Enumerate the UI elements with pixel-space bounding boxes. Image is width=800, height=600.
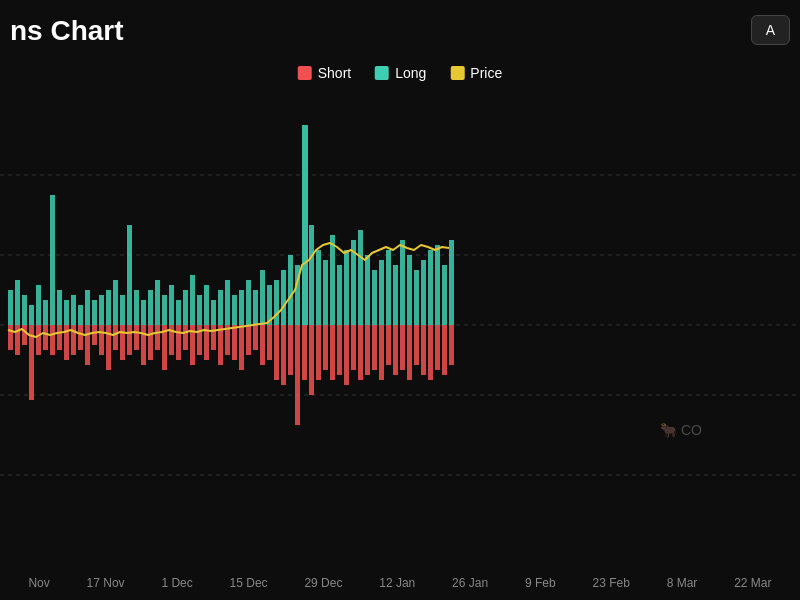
- chart-title: ns Chart: [10, 15, 124, 47]
- svg-rect-24: [141, 300, 146, 325]
- svg-rect-25: [148, 290, 153, 325]
- svg-rect-81: [92, 325, 97, 345]
- svg-rect-67: [442, 265, 447, 325]
- svg-rect-35: [218, 290, 223, 325]
- svg-rect-19: [106, 290, 111, 325]
- svg-rect-12: [57, 290, 62, 325]
- svg-rect-131: [442, 325, 447, 375]
- svg-rect-130: [435, 325, 440, 370]
- svg-rect-10: [43, 300, 48, 325]
- svg-rect-105: [260, 325, 265, 365]
- x-label-17nov: 17 Nov: [87, 576, 125, 590]
- svg-rect-99: [218, 325, 223, 365]
- svg-rect-102: [239, 325, 244, 370]
- chart-container: ns Chart A Short Long Price: [0, 0, 800, 600]
- svg-rect-98: [211, 325, 216, 350]
- svg-rect-56: [365, 255, 370, 325]
- svg-rect-125: [400, 325, 405, 370]
- svg-rect-59: [386, 250, 391, 325]
- svg-rect-120: [365, 325, 370, 375]
- svg-rect-52: [337, 265, 342, 325]
- svg-rect-32: [197, 295, 202, 325]
- svg-rect-57: [372, 270, 377, 325]
- svg-rect-101: [232, 325, 237, 360]
- svg-rect-73: [36, 325, 41, 355]
- svg-rect-47: [302, 125, 308, 325]
- svg-rect-79: [78, 325, 83, 350]
- price-label: Price: [470, 65, 502, 81]
- svg-rect-18: [99, 295, 104, 325]
- svg-rect-119: [358, 325, 363, 380]
- svg-rect-55: [358, 230, 363, 325]
- svg-rect-62: [407, 255, 412, 325]
- svg-rect-129: [428, 325, 433, 380]
- svg-rect-128: [421, 325, 426, 375]
- svg-rect-48: [309, 225, 314, 325]
- svg-rect-118: [351, 325, 356, 370]
- long-label: Long: [395, 65, 426, 81]
- svg-rect-124: [393, 325, 398, 375]
- legend-price: Price: [450, 65, 502, 81]
- x-label-9feb: 9 Feb: [525, 576, 556, 590]
- svg-rect-14: [71, 295, 76, 325]
- svg-rect-58: [379, 260, 384, 325]
- svg-rect-115: [330, 325, 335, 380]
- svg-rect-38: [239, 290, 244, 325]
- x-label-8mar: 8 Mar: [667, 576, 698, 590]
- svg-rect-83: [106, 325, 111, 370]
- short-dot: [298, 66, 312, 80]
- svg-rect-94: [183, 325, 188, 350]
- svg-rect-84: [113, 325, 118, 350]
- svg-rect-123: [386, 325, 391, 365]
- svg-rect-104: [253, 325, 258, 350]
- svg-rect-74: [43, 325, 48, 350]
- svg-rect-22: [127, 225, 132, 325]
- svg-rect-89: [148, 325, 153, 360]
- action-button[interactable]: A: [751, 15, 790, 45]
- svg-rect-108: [281, 325, 286, 385]
- svg-rect-16: [85, 290, 90, 325]
- short-label: Short: [318, 65, 351, 81]
- svg-rect-69: [8, 325, 13, 350]
- long-dot: [375, 66, 389, 80]
- svg-rect-71: [22, 325, 27, 345]
- main-chart: 🐂 CO: [0, 95, 800, 555]
- svg-rect-8: [29, 305, 34, 325]
- svg-rect-61: [400, 240, 405, 325]
- svg-rect-107: [274, 325, 279, 380]
- svg-rect-109: [288, 325, 293, 375]
- x-label-29dec: 29 Dec: [304, 576, 342, 590]
- legend-long: Long: [375, 65, 426, 81]
- svg-rect-51: [330, 235, 335, 325]
- legend: Short Long Price: [298, 65, 503, 81]
- svg-rect-112: [309, 325, 314, 395]
- x-label-nov: Nov: [28, 576, 49, 590]
- x-label-23feb: 23 Feb: [592, 576, 629, 590]
- svg-rect-31: [190, 275, 195, 325]
- svg-rect-111: [302, 325, 307, 380]
- svg-rect-96: [197, 325, 202, 355]
- svg-rect-39: [246, 280, 251, 325]
- svg-rect-23: [134, 290, 139, 325]
- svg-rect-27: [162, 295, 167, 325]
- svg-rect-13: [64, 300, 69, 325]
- svg-rect-93: [176, 325, 181, 360]
- svg-rect-36: [225, 280, 230, 325]
- svg-rect-11: [50, 195, 55, 325]
- svg-rect-113: [316, 325, 321, 380]
- svg-text:🐂 CO: 🐂 CO: [660, 422, 702, 439]
- x-label-12jan: 12 Jan: [379, 576, 415, 590]
- svg-rect-63: [414, 270, 419, 325]
- svg-rect-17: [92, 300, 97, 325]
- svg-rect-82: [99, 325, 104, 355]
- svg-rect-40: [253, 290, 258, 325]
- legend-short: Short: [298, 65, 351, 81]
- svg-rect-122: [379, 325, 384, 380]
- svg-rect-49: [316, 250, 321, 325]
- svg-rect-127: [414, 325, 419, 365]
- svg-rect-29: [176, 300, 181, 325]
- svg-rect-68: [449, 240, 454, 325]
- svg-rect-44: [281, 270, 286, 325]
- svg-rect-34: [211, 300, 216, 325]
- svg-rect-37: [232, 295, 237, 325]
